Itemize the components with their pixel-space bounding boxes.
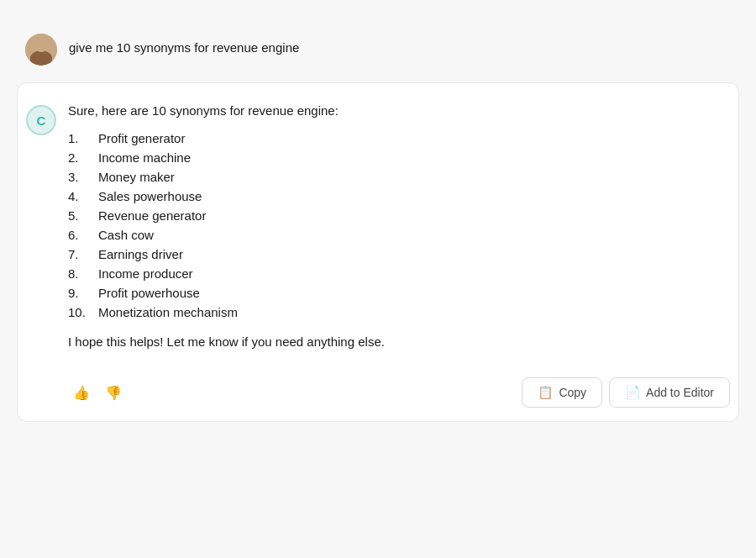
list-item: 9.Profit powerhouse — [68, 286, 730, 300]
list-number: 2. — [68, 150, 98, 165]
thumbs-up-icon: 👍 — [73, 385, 90, 401]
synonyms-list: 1.Profit generator2.Income machine3.Mone… — [68, 131, 730, 319]
list-item-text: Profit powerhouse — [98, 286, 200, 300]
user-avatar — [25, 34, 57, 66]
list-item-text: Cash cow — [98, 228, 154, 242]
list-item: 3.Money maker — [68, 170, 730, 184]
list-item-text: Sales powerhouse — [98, 189, 202, 203]
user-message: give me 10 synonyms for revenue engine — [17, 17, 739, 82]
list-item-text: Monetization mechanism — [98, 305, 238, 319]
list-item-text: Income machine — [98, 150, 191, 165]
list-item-text: Revenue generator — [98, 208, 206, 223]
list-item: 4.Sales powerhouse — [68, 189, 730, 203]
list-number: 3. — [68, 170, 98, 184]
ai-avatar: C — [26, 105, 56, 135]
list-item: 10.Monetization mechanism — [68, 305, 730, 319]
feedback-buttons: 👍 👎 — [68, 382, 127, 404]
chat-container: give me 10 synonyms for revenue engine C… — [17, 17, 739, 422]
ai-content: Sure, here are 10 synonyms for revenue e… — [68, 103, 730, 408]
list-number: 10. — [68, 305, 98, 319]
list-item-text: Earnings driver — [98, 247, 183, 261]
thumbs-down-icon: 👎 — [105, 385, 122, 401]
action-buttons: 📋 Copy 📄 Add to Editor — [522, 377, 730, 408]
copy-button[interactable]: 📋 Copy — [522, 377, 602, 408]
list-item: 1.Profit generator — [68, 131, 730, 145]
list-number: 7. — [68, 247, 98, 261]
thumbs-up-button[interactable]: 👍 — [68, 382, 95, 404]
copy-icon: 📋 — [538, 385, 554, 400]
list-number: 1. — [68, 131, 98, 145]
list-number: 4. — [68, 189, 98, 203]
ai-message: C Sure, here are 10 synonyms for revenue… — [17, 82, 739, 422]
ai-footer-text: I hope this helps! Let me know if you ne… — [68, 334, 730, 349]
copy-label: Copy — [559, 386, 586, 399]
ai-actions: 👍 👎 📋 Copy 📄 Add to Editor — [68, 369, 730, 408]
list-number: 9. — [68, 286, 98, 300]
user-prompt: give me 10 synonyms for revenue engine — [69, 34, 299, 55]
list-number: 6. — [68, 228, 98, 242]
list-item: 7.Earnings driver — [68, 247, 730, 261]
list-item: 6.Cash cow — [68, 228, 730, 242]
list-item-text: Income producer — [98, 266, 193, 281]
list-item: 5.Revenue generator — [68, 208, 730, 223]
add-to-editor-button[interactable]: 📄 Add to Editor — [609, 377, 730, 408]
thumbs-down-button[interactable]: 👎 — [100, 382, 127, 404]
list-number: 8. — [68, 266, 98, 281]
list-item-text: Profit generator — [98, 131, 185, 145]
editor-icon: 📄 — [625, 385, 641, 400]
ai-intro-text: Sure, here are 10 synonyms for revenue e… — [68, 103, 730, 118]
list-item: 2.Income machine — [68, 150, 730, 165]
list-number: 5. — [68, 208, 98, 223]
add-to-editor-label: Add to Editor — [646, 386, 714, 399]
list-item-text: Money maker — [98, 170, 175, 184]
list-item: 8.Income producer — [68, 266, 730, 281]
avatar-image — [25, 34, 57, 66]
